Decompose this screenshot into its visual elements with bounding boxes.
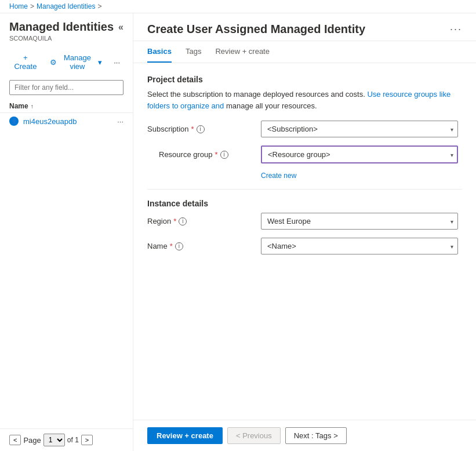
gear-icon: ⚙ <box>50 58 57 67</box>
region-select[interactable]: West Europe <box>261 213 458 230</box>
manage-view-button[interactable]: ⚙ Manage view ▾ <box>46 51 106 73</box>
tab-tags[interactable]: Tags <box>186 41 201 63</box>
previous-button: < Previous <box>227 427 281 444</box>
breadcrumb-sep2: > <box>97 2 101 10</box>
identity-icon: 👤 <box>9 117 19 126</box>
name-row: Name * i <Name> ▾ <box>147 238 462 254</box>
subscription-required: * <box>191 125 194 133</box>
tab-review-create[interactable]: Review + create <box>215 41 270 63</box>
subscription-select[interactable]: <Subscription> <box>261 121 458 137</box>
sidebar-collapse-button[interactable]: « <box>118 22 123 32</box>
breadcrumb-sep1: > <box>30 2 34 10</box>
prev-page-button[interactable]: < <box>9 435 21 445</box>
instance-details-section: Instance details Region * i West Europe … <box>147 189 462 254</box>
name-required: * <box>170 242 173 250</box>
breadcrumb-managed-identities[interactable]: Managed Identities <box>37 2 95 10</box>
sidebar: Managed Identities « SCOMAQUILA + Create… <box>0 13 133 451</box>
right-panel: Create User Assigned Managed Identity ··… <box>133 13 476 451</box>
panel-header: Create User Assigned Managed Identity ··… <box>133 13 476 41</box>
resource-group-required: * <box>215 150 218 159</box>
project-details-desc: Select the subscription to manage deploy… <box>147 89 462 111</box>
sidebar-toolbar: + Create ⚙ Manage view ▾ ··· <box>0 46 133 78</box>
instance-details-title: Instance details <box>147 199 462 208</box>
resource-group-input: <Resource group> ▾ <box>261 146 458 163</box>
sidebar-subtitle: SCOMAQUILA <box>9 35 123 42</box>
region-info-icon[interactable]: i <box>179 217 187 226</box>
panel-more-button[interactable]: ··· <box>450 23 462 35</box>
sidebar-title: Managed Identities <box>9 20 114 34</box>
item-more-button[interactable]: ··· <box>117 117 123 126</box>
create-new-link[interactable]: Create new <box>261 172 462 180</box>
subscription-input: <Subscription> ▾ <box>261 121 458 137</box>
name-input: <Name> ▾ <box>261 238 458 254</box>
project-details-title: Project details <box>147 75 462 84</box>
region-input: West Europe ▾ <box>261 213 458 230</box>
resource-group-select[interactable]: <Resource group> <box>261 146 458 163</box>
filter-input[interactable] <box>9 80 123 95</box>
column-header: Name ↑ <box>0 100 133 113</box>
form-content: Project details Select the subscription … <box>133 63 476 420</box>
name-label: Name * i <box>147 242 252 250</box>
name-info-icon[interactable]: i <box>175 242 183 250</box>
subscription-row: Subscription * i <Subscription> ▾ <box>147 121 462 137</box>
subscription-info-icon[interactable]: i <box>197 125 205 133</box>
region-label: Region * i <box>147 217 252 226</box>
resource-group-info-icon[interactable]: i <box>220 151 228 159</box>
filter-bar <box>0 78 133 100</box>
breadcrumb: Home > Managed Identities > <box>0 0 476 13</box>
resource-group-label: Resource group * i <box>147 150 252 159</box>
tab-basics[interactable]: Basics <box>147 41 172 63</box>
review-create-button[interactable]: Review + create <box>147 427 223 444</box>
next-button[interactable]: Next : Tags > <box>285 427 347 444</box>
breadcrumb-home[interactable]: Home <box>9 2 28 10</box>
region-row: Region * i West Europe ▾ <box>147 213 462 230</box>
toolbar-more-button[interactable]: ··· <box>110 56 123 69</box>
resource-group-row: Resource group * i <Resource group> ▾ <box>147 146 462 163</box>
tab-bar: Basics Tags Review + create <box>133 41 476 63</box>
next-page-button[interactable]: > <box>81 435 93 445</box>
section-divider <box>147 189 462 190</box>
page-label: Page <box>23 436 41 445</box>
page-select[interactable]: 1 <box>43 434 65 446</box>
sidebar-title-row: Managed Identities « <box>9 20 123 34</box>
panel-title: Create User Assigned Managed Identity <box>147 23 365 36</box>
name-select[interactable]: <Name> <box>261 238 458 254</box>
create-button[interactable]: + Create <box>9 51 42 73</box>
sidebar-header: Managed Identities « SCOMAQUILA <box>0 13 133 46</box>
chevron-down-icon: ▾ <box>98 58 102 67</box>
page-of-label: of 1 <box>67 436 79 444</box>
sort-icon[interactable]: ↑ <box>31 103 34 110</box>
region-required: * <box>173 217 176 226</box>
item-name[interactable]: mi4eus2euapdb <box>23 117 112 126</box>
panel-footer: Review + create < Previous Next : Tags > <box>133 420 476 451</box>
item-list: 👤 mi4eus2euapdb ··· <box>0 113 133 428</box>
page-navigation: < Page 1 of 1 > <box>9 434 93 446</box>
sidebar-footer: < Page 1 of 1 > <box>0 428 133 451</box>
name-column-label: Name <box>9 102 28 110</box>
subscription-label: Subscription * i <box>147 125 252 133</box>
list-item[interactable]: 👤 mi4eus2euapdb ··· <box>0 113 133 129</box>
